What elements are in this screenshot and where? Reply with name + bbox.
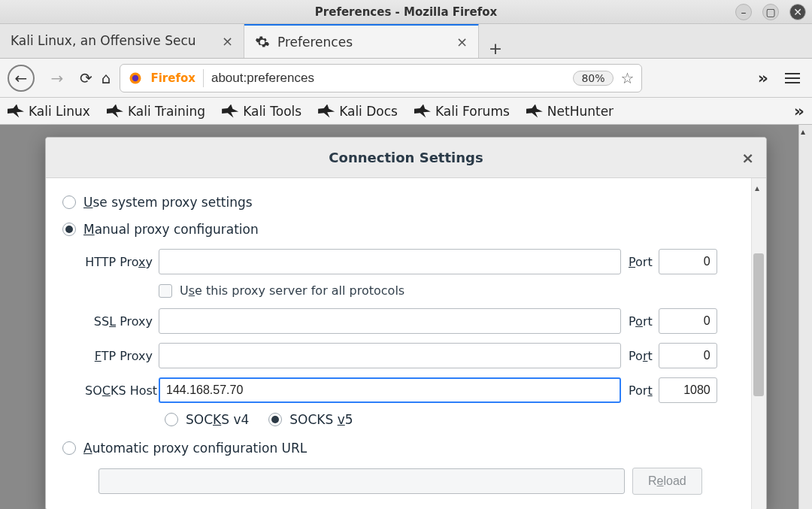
connection-settings-dialog: Connection Settings × Use system proxy s… <box>45 137 767 509</box>
kali-icon <box>414 105 431 118</box>
dialog-title: Connection Settings <box>329 150 483 165</box>
minimize-button[interactable]: – <box>735 4 752 20</box>
dialog-scrollbar[interactable]: ▴ <box>751 178 766 509</box>
tab-label: Kali Linux, an Offensive Secu <box>11 33 196 48</box>
kali-icon <box>8 105 24 118</box>
radio-icon <box>165 413 178 426</box>
window-title: Preferences - Mozilla Firefox <box>315 5 497 19</box>
tab-label: Preferences <box>277 35 353 50</box>
socks-port-input[interactable] <box>659 377 717 403</box>
http-port-input[interactable] <box>659 249 717 274</box>
radio-icon-selected <box>268 413 282 426</box>
address-input[interactable] <box>211 71 565 86</box>
tab-kali[interactable]: Kali Linux, an Offensive Secu × <box>0 23 244 58</box>
checkbox-use-for-all[interactable]: Use this proxy server for all protocols <box>159 283 751 298</box>
socks-host-input[interactable] <box>159 377 621 403</box>
radio-icon <box>62 195 76 209</box>
dialog-close-button[interactable]: × <box>741 149 754 167</box>
radio-manual[interactable]: Manual proxy configuration <box>62 222 751 237</box>
reload-button[interactable]: ⟳ <box>80 69 92 87</box>
zoom-indicator[interactable]: 80% <box>573 71 613 86</box>
bookmark-kali-forums[interactable]: Kali Forums <box>414 104 510 119</box>
radio-use-system[interactable]: Use system proxy settings <box>62 195 751 210</box>
close-tab-icon[interactable]: × <box>222 33 233 49</box>
pac-url-input <box>98 468 625 494</box>
separator <box>203 69 204 87</box>
identity-label: Firefox <box>150 71 195 85</box>
home-button[interactable]: ⌂ <box>102 69 111 87</box>
ftp-proxy-input[interactable] <box>159 343 621 368</box>
port-label: Port <box>629 383 653 398</box>
ssl-port-input[interactable] <box>659 308 717 334</box>
ftp-port-input[interactable] <box>659 343 717 368</box>
bookmark-kali-tools[interactable]: Kali Tools <box>222 104 301 119</box>
close-window-button[interactable]: ✕ <box>789 4 806 20</box>
bookmark-nethunter[interactable]: NetHunter <box>526 104 614 119</box>
bookmark-kali-training[interactable]: Kali Training <box>107 104 205 119</box>
http-proxy-input[interactable] <box>159 249 621 274</box>
port-label: Port <box>629 255 653 269</box>
ssl-proxy-input[interactable] <box>159 308 621 334</box>
bookmark-star-icon[interactable]: ☆ <box>621 69 635 87</box>
maximize-button[interactable]: ▢ <box>762 4 779 20</box>
close-tab-icon[interactable]: × <box>456 34 468 50</box>
bookmark-kali-docs[interactable]: Kali Docs <box>318 104 398 119</box>
overflow-icon[interactable]: » <box>758 68 768 87</box>
radio-socks-v4[interactable]: SOCKS v4 <box>165 412 249 427</box>
kali-icon <box>526 105 543 118</box>
checkbox-icon <box>159 284 172 298</box>
radio-socks-v5[interactable]: SOCKS v5 <box>268 412 353 427</box>
scroll-up-icon: ▴ <box>801 126 805 137</box>
socks-host-label: SOCKS Host <box>85 383 153 398</box>
tab-strip: Kali Linux, an Offensive Secu × Preferen… <box>0 24 812 59</box>
tab-preferences[interactable]: Preferences × <box>244 23 479 58</box>
radio-icon <box>62 441 76 455</box>
menu-button[interactable] <box>785 73 800 83</box>
scrollbar-thumb[interactable] <box>753 253 764 396</box>
nav-toolbar: ← → ⟳ ⌂ Firefox 80% ☆ » <box>0 59 812 98</box>
radio-automatic[interactable]: Automatic proxy configuration URL <box>62 441 751 456</box>
dialog-body: Use system proxy settings Manual proxy c… <box>46 178 751 509</box>
back-button[interactable]: ← <box>8 65 35 92</box>
radio-icon-selected <box>62 223 76 236</box>
bookmark-kali-linux[interactable]: Kali Linux <box>8 104 90 119</box>
firefox-icon <box>128 71 143 86</box>
new-tab-button[interactable]: + <box>479 39 512 58</box>
reload-button: Reload <box>632 468 702 495</box>
bookmarks-toolbar: Kali Linux Kali Training Kali Tools Kali… <box>0 98 812 125</box>
kali-icon <box>107 105 123 118</box>
content-area: ▴ Connection Settings × Use system proxy… <box>0 125 812 509</box>
ftp-proxy-label: FTP Proxy <box>85 349 153 363</box>
svg-point-1 <box>132 74 138 80</box>
kali-icon <box>318 105 335 118</box>
ssl-proxy-label: SSL Proxy <box>85 314 153 329</box>
port-label: Port <box>629 349 653 363</box>
http-proxy-label: HTTP Proxy <box>85 255 153 269</box>
url-bar[interactable]: Firefox 80% ☆ <box>120 64 642 92</box>
dialog-header: Connection Settings × <box>46 138 766 178</box>
scroll-up-icon: ▴ <box>755 183 759 193</box>
window-titlebar: Preferences - Mozilla Firefox – ▢ ✕ <box>0 0 812 24</box>
port-label: Port <box>629 314 653 329</box>
gear-icon <box>255 35 270 50</box>
bookmarks-overflow-icon[interactable]: » <box>794 101 804 120</box>
kali-icon <box>222 105 238 118</box>
page-scrollbar[interactable]: ▴ <box>798 125 812 509</box>
forward-button[interactable]: → <box>44 65 71 92</box>
